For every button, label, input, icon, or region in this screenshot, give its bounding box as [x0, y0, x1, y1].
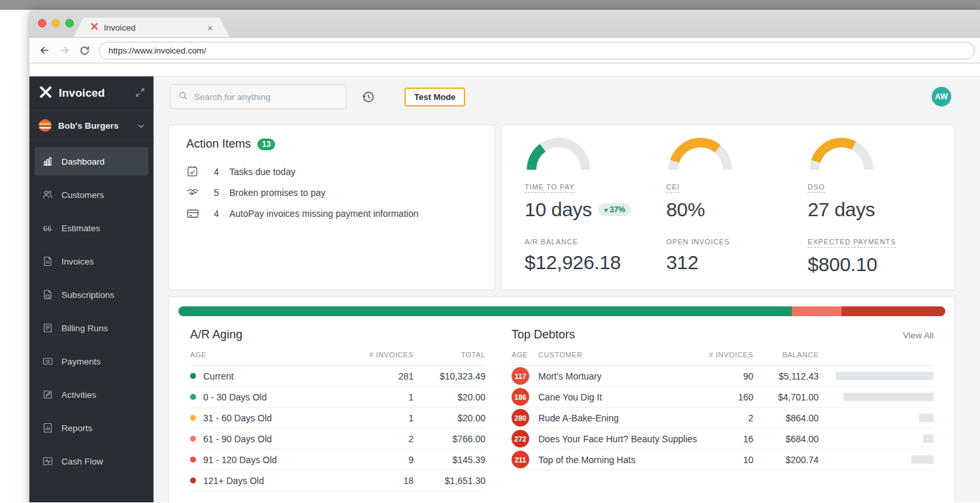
- age-label: Current: [203, 371, 355, 381]
- action-label: Tasks due today: [229, 167, 295, 177]
- org-switcher[interactable]: Bob's Burgers: [29, 110, 154, 140]
- invoiced-app: Invoiced Bob's Burgers: [29, 76, 980, 502]
- forward-button[interactable]: [59, 44, 71, 56]
- action-items-count-badge: 13: [257, 138, 275, 150]
- age-label: 91 - 120 Days Old: [203, 455, 355, 465]
- action-items-card: Action Items 13 4 Tasks due today: [169, 125, 495, 290]
- age-dot: [190, 478, 196, 483]
- sidebar-item-payments[interactable]: Payments: [35, 347, 148, 376]
- total-amount: $766.00: [414, 434, 485, 444]
- page-top-band: [29, 63, 980, 76]
- sidebar-item-customers[interactable]: Customers: [35, 180, 148, 209]
- column-header-age: AGE: [190, 351, 355, 359]
- action-count: 4: [204, 167, 219, 177]
- balance-bar: [836, 372, 934, 380]
- balance-amount: $200.74: [753, 455, 819, 465]
- top-debtors-header: AGE CUSTOMER # INVOICES BALANCE: [512, 342, 934, 366]
- table-row: 121+ Days Old 18 $1,651.30: [190, 470, 485, 491]
- window-controls: [38, 19, 74, 27]
- sidebar-item-billing-runs[interactable]: Billing Runs: [35, 314, 148, 342]
- sidebar-item-activities[interactable]: Activities: [35, 380, 148, 409]
- ar-aging-title: A/R Aging: [190, 328, 485, 342]
- metric-label: A/R BALANCE: [525, 238, 578, 246]
- reload-button[interactable]: [79, 45, 90, 56]
- metric-label[interactable]: CEI: [666, 183, 680, 193]
- sidebar-item-invoices[interactable]: Invoices: [35, 247, 148, 276]
- delta-value: 37%: [610, 205, 625, 214]
- global-search[interactable]: [170, 84, 346, 109]
- action-items-list: 4 Tasks due today 5 Broken promises to p…: [186, 164, 478, 221]
- sidebar-item-label: Subscriptions: [61, 290, 114, 300]
- table-row: 117 Mort's Mortuary 90 $5,112.43: [512, 366, 934, 387]
- customer-link[interactable]: Top of the Morning Hats: [538, 455, 708, 465]
- top-debtors-section: Top Debtors View All AGE CUSTOMER # INVO…: [512, 328, 934, 491]
- browser-tab[interactable]: Invoiced ×: [73, 18, 230, 37]
- credit-card-icon: [186, 207, 201, 220]
- dashboard-icon: [42, 156, 53, 167]
- collapse-sidebar-icon[interactable]: [136, 88, 144, 99]
- ar-aging-section: A/R Aging AGE # INVOICES TOTAL Current 2…: [190, 328, 485, 491]
- test-mode-badge[interactable]: Test Mode: [404, 88, 465, 106]
- search-input[interactable]: [194, 92, 338, 102]
- metric-label[interactable]: TIME TO PAY: [525, 183, 574, 193]
- sidebar-nav: Dashboard Customers 66 Estimates: [29, 140, 154, 487]
- sidebar-item-cash-flow[interactable]: Cash Flow: [35, 447, 148, 476]
- age-badge: 280: [512, 409, 529, 427]
- metric-open-invoices: OPEN INVOICES 312: [666, 238, 790, 276]
- browser-toolbar: https://www.invoiced.com/: [29, 38, 980, 63]
- user-avatar[interactable]: AW: [932, 87, 951, 106]
- search-icon: [178, 91, 188, 103]
- invoice-count: 281: [355, 371, 414, 381]
- age-dot: [190, 457, 196, 462]
- back-button[interactable]: [39, 44, 50, 56]
- balance-amount: $864.00: [753, 413, 819, 423]
- close-window-button[interactable]: [38, 19, 46, 27]
- screenshot-stage: Invoiced × https://www.invoiced.com/: [0, 0, 980, 503]
- history-icon[interactable]: [361, 89, 376, 105]
- customer-link[interactable]: Rude A-Bake-Ening: [538, 413, 708, 423]
- view-all-link[interactable]: View All: [903, 331, 934, 340]
- minimize-window-button[interactable]: [52, 19, 60, 27]
- org-logo-burger-icon: [39, 119, 52, 132]
- customer-link[interactable]: Cane You Dig It: [538, 392, 708, 402]
- age-label: 31 - 60 Days Old: [203, 413, 355, 423]
- action-item-broken-promises[interactable]: 5 Broken promises to pay: [186, 185, 478, 200]
- cash-flow-icon: [42, 456, 53, 466]
- sidebar-item-label: Activities: [61, 390, 96, 400]
- balance-amount: $684.00: [753, 434, 819, 444]
- balance-bar: [836, 393, 934, 401]
- metric-value: 10 days: [525, 199, 592, 221]
- metric-label[interactable]: EXPECTED PAYMENTS: [808, 238, 896, 248]
- sidebar-item-label: Payments: [61, 357, 101, 366]
- action-item-tasks[interactable]: 4 Tasks due today: [186, 164, 478, 179]
- age-label: 0 - 30 Days Old: [203, 392, 355, 402]
- top-cards-row: Action Items 13 4 Tasks due today: [154, 109, 980, 290]
- metric-value: 27 days: [808, 199, 875, 221]
- invoices-icon: [42, 256, 53, 267]
- metric-label[interactable]: DSO: [808, 183, 825, 193]
- invoice-count: 2: [708, 413, 753, 423]
- tab-close-icon[interactable]: ×: [207, 23, 213, 33]
- metric-expected-payments: EXPECTED PAYMENTS $800.10: [808, 238, 931, 276]
- age-dot: [190, 394, 196, 400]
- tab-favicon-invoiced-icon: [90, 22, 99, 33]
- chevron-down-icon: [138, 120, 144, 131]
- top-debtors-title: Top Debtors: [512, 328, 903, 342]
- zoom-window-button[interactable]: [65, 19, 74, 27]
- sidebar-item-estimates[interactable]: 66 Estimates: [35, 214, 148, 242]
- address-bar[interactable]: https://www.invoiced.com/: [99, 42, 975, 59]
- sidebar-item-subscriptions[interactable]: Subscriptions: [35, 280, 148, 309]
- sidebar-item-reports[interactable]: Reports: [35, 414, 148, 442]
- table-row: 186 Cane You Dig It 160 $4,701.00: [512, 387, 934, 408]
- customer-link[interactable]: Mort's Mortuary: [538, 371, 708, 381]
- total-amount: $10,323.49: [414, 371, 485, 381]
- total-amount: $20.00: [414, 392, 485, 402]
- url-text: https://www.invoiced.com/: [108, 46, 206, 56]
- action-item-autopay[interactable]: 4 AutoPay invoices missing payment infor…: [186, 206, 478, 221]
- customer-link[interactable]: Does Your Face Hurt? Beauty Supplies: [538, 434, 708, 444]
- sidebar-item-dashboard[interactable]: Dashboard: [35, 147, 148, 176]
- bar-segment-mid-aged: [792, 306, 841, 316]
- age-badge: 186: [512, 388, 529, 406]
- bar-segment-oldest: [841, 306, 945, 316]
- metric-value: 80%: [666, 199, 705, 221]
